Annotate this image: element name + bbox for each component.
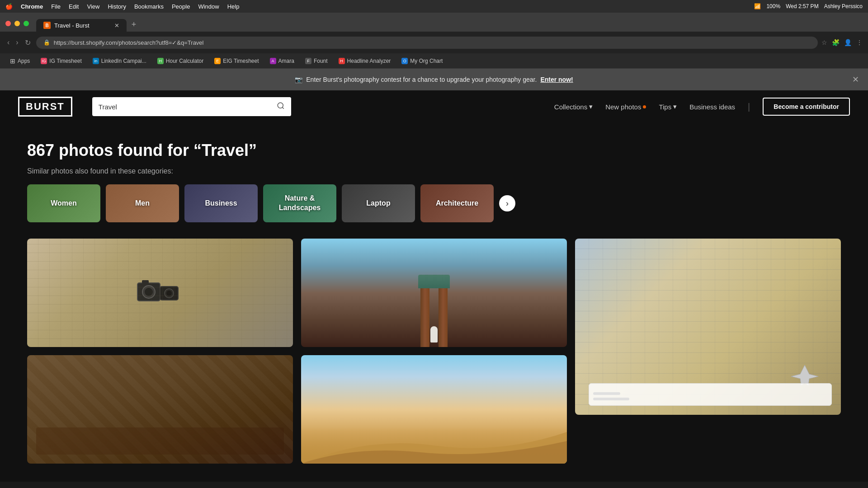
mac-menu-right: 📶 100% Wed 2:57 PM Ashley Perssico xyxy=(754,3,863,9)
menu-edit[interactable]: Edit xyxy=(69,3,79,10)
category-business[interactable]: Business xyxy=(184,184,258,222)
category-architecture[interactable]: Architecture xyxy=(420,184,494,222)
bm-linkedin-label: LinkedIn Campai... xyxy=(101,58,146,64)
bm-headline[interactable]: H Headline Analyzer xyxy=(334,56,396,66)
search-input[interactable] xyxy=(92,99,270,115)
window-close[interactable] xyxy=(5,21,11,26)
tips-arrow: ▾ xyxy=(673,103,677,111)
url-text: https://burst.shopify.com/photos/search?… xyxy=(54,39,204,46)
extensions-icon[interactable]: 🧩 xyxy=(832,39,840,46)
bm-linkedin-icon: in xyxy=(93,58,99,64)
address-right-controls: ☆ 🧩 👤 ⋮ xyxy=(821,39,863,46)
bm-orgchart[interactable]: O My Org Chart xyxy=(397,56,447,66)
menu-people[interactable]: People xyxy=(172,3,190,10)
collections-label: Collections xyxy=(554,103,587,111)
search-bar xyxy=(92,97,291,116)
search-icon xyxy=(277,102,285,110)
banner-close-button[interactable]: ✕ xyxy=(852,75,859,84)
apps-label: Apps xyxy=(18,58,30,64)
banner-text: Enter Burst's photography contest for a … xyxy=(306,76,537,83)
bm-fount-label: Fount xyxy=(314,58,328,64)
photo-column-1 xyxy=(27,239,293,464)
bookmarks-bar: ⊞ Apps IG IG Timesheet in LinkedIn Campa… xyxy=(0,53,868,69)
become-contributor-button[interactable]: Become a contributor xyxy=(763,98,850,116)
mac-menu-left: 🍎 Chrome File Edit View History Bookmark… xyxy=(5,3,239,10)
cat-nature-label: Nature &Landscapes xyxy=(279,194,321,213)
menu-view[interactable]: View xyxy=(87,3,99,10)
menu-chrome[interactable]: Chrome xyxy=(21,3,43,10)
bm-hour-icon: H xyxy=(157,58,164,64)
bookmark-star-icon[interactable]: ☆ xyxy=(821,39,827,46)
bm-hour-calc[interactable]: H Hour Calculator xyxy=(153,56,208,66)
menu-help[interactable]: Help xyxy=(227,3,240,10)
category-laptop[interactable]: Laptop xyxy=(342,184,415,222)
burst-logo[interactable]: BURST xyxy=(18,97,72,117)
battery-indicator: 100% xyxy=(766,3,780,9)
photo-card-temple[interactable] xyxy=(301,239,567,347)
back-button[interactable]: ‹ xyxy=(5,37,11,48)
url-bar[interactable]: 🔒 https://burst.shopify.com/photos/searc… xyxy=(36,37,818,49)
tips-label: Tips xyxy=(659,103,671,111)
reload-button[interactable]: ↻ xyxy=(23,37,33,49)
tab-close-button[interactable]: ✕ xyxy=(114,22,119,29)
bm-amara[interactable]: A Amara xyxy=(265,56,299,66)
mac-menubar: 🍎 Chrome File Edit View History Bookmark… xyxy=(0,0,868,13)
photo-card-adventure-gear[interactable] xyxy=(27,355,293,464)
collections-arrow: ▾ xyxy=(589,103,593,111)
bm-fount-icon: F xyxy=(305,58,311,64)
window-minimize[interactable] xyxy=(14,21,20,26)
nav-new-photos[interactable]: New photos xyxy=(605,103,646,111)
apple-icon[interactable]: 🍎 xyxy=(5,3,13,10)
nav-collections[interactable]: Collections ▾ xyxy=(554,103,593,111)
clock: Wed 2:57 PM xyxy=(786,3,818,9)
cat-architecture-label: Architecture xyxy=(436,199,478,207)
photo-column-3 xyxy=(575,239,841,464)
bm-eig-label: EIG Timesheet xyxy=(223,58,259,64)
tab-favicon: B xyxy=(43,22,51,29)
bm-linkedin[interactable]: in LinkedIn Campai... xyxy=(88,56,151,66)
photo-card-desert[interactable] xyxy=(301,355,567,464)
bm-ig-icon: IG xyxy=(41,58,47,64)
cat-business-label: Business xyxy=(205,199,237,207)
search-button[interactable] xyxy=(270,97,291,116)
menu-history[interactable]: History xyxy=(108,3,126,10)
more-icon[interactable]: ⋮ xyxy=(856,39,863,46)
forward-button[interactable]: › xyxy=(14,37,20,48)
contest-banner: 📷 Enter Burst's photography contest for … xyxy=(0,69,868,90)
category-men[interactable]: Men xyxy=(106,184,179,222)
nav-tips[interactable]: Tips ▾ xyxy=(659,103,677,111)
bm-orgchart-icon: O xyxy=(401,58,408,64)
bm-headline-icon: H xyxy=(339,58,345,64)
category-nature-landscapes[interactable]: Nature &Landscapes xyxy=(263,184,336,222)
window-maximize[interactable] xyxy=(24,21,29,26)
banner-link[interactable]: Enter now! xyxy=(540,76,573,83)
svg-point-0 xyxy=(278,103,283,108)
dune-illustration xyxy=(301,418,567,464)
categories-next-button[interactable]: › xyxy=(499,195,515,211)
menu-window[interactable]: Window xyxy=(198,3,219,10)
cat-men-label: Men xyxy=(135,199,150,207)
new-photos-dot xyxy=(643,105,646,108)
browser-tab-active[interactable]: B Travel - Burst ✕ xyxy=(36,19,127,32)
banner-emoji: 📷 xyxy=(295,76,302,83)
svg-line-1 xyxy=(282,107,283,108)
main-navigation: BURST Collections ▾ New photos Tips ▾ Bu… xyxy=(0,90,868,123)
nav-business-ideas[interactable]: Business ideas xyxy=(689,103,735,111)
menu-bookmarks[interactable]: Bookmarks xyxy=(134,3,164,10)
bookmarks-apps[interactable]: ⊞ Apps xyxy=(5,56,34,66)
category-women[interactable]: Women xyxy=(27,184,100,222)
bm-ig-label: IG Timesheet xyxy=(49,58,81,64)
bm-eig-timesheet[interactable]: E EIG Timesheet xyxy=(210,56,263,66)
cat-laptop-label: Laptop xyxy=(366,199,390,207)
menu-file[interactable]: File xyxy=(51,3,61,10)
wifi-icon: 📶 xyxy=(754,3,761,9)
photo-card-cameras-map[interactable] xyxy=(27,239,293,347)
new-photos-label: New photos xyxy=(605,103,641,111)
bm-fount[interactable]: F Fount xyxy=(301,56,332,66)
profile-icon[interactable]: 👤 xyxy=(844,39,852,46)
bm-eig-icon: E xyxy=(214,58,221,64)
bm-ig-timesheet[interactable]: IG IG Timesheet xyxy=(36,56,86,66)
photo-card-map-plane[interactable] xyxy=(575,239,841,415)
bm-amara-label: Amara xyxy=(278,58,294,64)
new-tab-button[interactable]: + xyxy=(127,17,141,32)
